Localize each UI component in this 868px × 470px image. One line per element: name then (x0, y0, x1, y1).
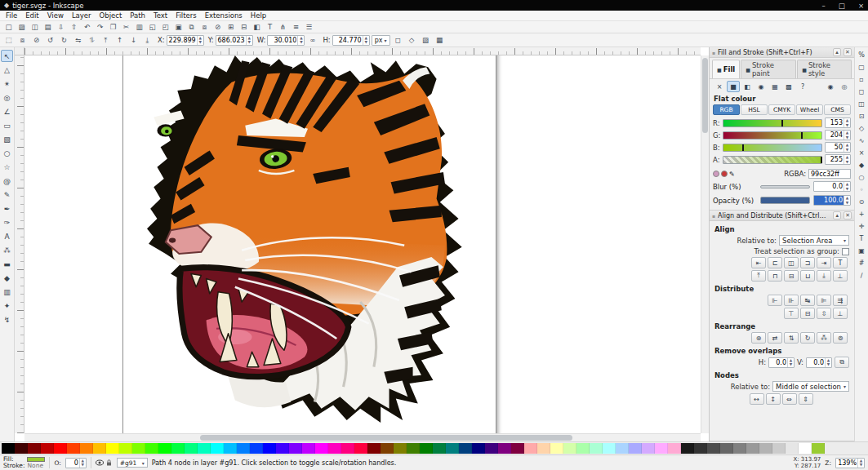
distribute-centers-horizontally[interactable]: ⊪ (784, 295, 799, 306)
menu-object[interactable]: Object (96, 11, 127, 20)
palette-swatch[interactable] (420, 443, 433, 454)
new-document-icon[interactable]: □ (2, 22, 15, 33)
align-dialog-icon[interactable]: ≡ (290, 22, 302, 33)
palette-swatch[interactable] (472, 443, 485, 454)
palette-swatch[interactable] (315, 443, 328, 454)
snap-midpoints-icon[interactable]: ◦ (856, 184, 867, 195)
dropper-icon[interactable]: ✎ (729, 171, 735, 178)
align-text-vertical[interactable]: ⊥ (833, 270, 848, 282)
fill-stroke-dialog-icon[interactable]: ◧ (251, 22, 263, 33)
horizontal-scrollbar[interactable] (24, 433, 701, 441)
menu-edit[interactable]: Edit (21, 11, 42, 20)
palette-swatch[interactable] (132, 443, 145, 454)
paint-swatch[interactable]: ▩ (782, 81, 795, 92)
opacity-spinbox[interactable]: ▲▼ (813, 195, 851, 206)
palette-swatch[interactable] (786, 443, 799, 454)
tool-3dbox[interactable]: ▧ (1, 133, 13, 145)
palette-swatch[interactable] (381, 443, 394, 454)
spin-r[interactable]: ▲▼ (825, 118, 851, 128)
unclump[interactable]: ⊚ (833, 332, 848, 344)
slider-b[interactable] (723, 144, 822, 152)
snap-paths-icon[interactable]: ∿ (856, 135, 867, 146)
snap-guides-icon[interactable]: ∕ (856, 270, 867, 281)
affect-gradients-icon[interactable]: ▨ (420, 35, 432, 46)
paint-pattern[interactable]: ▦ (768, 81, 781, 92)
cut-icon[interactable]: ✂ (120, 22, 132, 33)
palette-swatch[interactable] (185, 443, 198, 454)
blur-slider[interactable] (760, 185, 810, 188)
opacity-slider[interactable] (760, 197, 810, 204)
palette-swatch[interactable] (211, 443, 224, 454)
rotate-ccw-icon[interactable]: ↺ (44, 35, 56, 46)
paste-icon[interactable]: ▥ (133, 22, 145, 33)
snap-bbox-centers-icon[interactable]: ⊡ (856, 111, 867, 122)
palette-swatch[interactable] (15, 443, 28, 454)
relative-to-select[interactable]: Selection Area▾ (779, 235, 849, 246)
palette-swatch[interactable] (2, 443, 15, 454)
horizontal-ruler[interactable] (24, 47, 701, 55)
exchange-selection-order[interactable]: ⇄ (768, 332, 782, 344)
rotate-cw-icon[interactable]: ↻ (58, 35, 70, 46)
snap-bbox-midpoints-icon[interactable]: ◫ (856, 99, 867, 109)
height-spinbox[interactable]: ▲▼ (332, 35, 370, 46)
paint-radial-gradient[interactable]: ◉ (754, 81, 768, 92)
color-tab-cms[interactable]: CMS (824, 104, 851, 115)
tool-bezier-pen[interactable]: ✒ (1, 202, 13, 215)
palette-swatch[interactable] (812, 443, 825, 454)
palette-swatch[interactable] (563, 443, 576, 454)
preferences-icon[interactable]: ☰ (303, 22, 315, 33)
palette-swatch[interactable] (41, 443, 54, 454)
affect-stroke-icon[interactable]: ◻ (392, 35, 404, 46)
palette-swatch[interactable] (576, 443, 590, 454)
palette-swatch[interactable] (171, 443, 185, 454)
distribute-top-edges[interactable]: ⊤ (784, 308, 799, 319)
panel-collapse-button[interactable]: ▴ (833, 211, 841, 219)
align-center-horizontal[interactable]: ◫ (784, 257, 799, 268)
spin-b[interactable]: ▲▼ (825, 142, 851, 153)
deselect-icon[interactable]: ⊘ (30, 35, 42, 46)
palette-swatch[interactable] (720, 443, 733, 454)
align-left-in[interactable]: ⊏ (768, 257, 782, 268)
color-tab-cmyk[interactable]: CMYK (768, 104, 795, 115)
panel-collapse-button[interactable]: ▴ (833, 48, 841, 56)
group-icon[interactable]: ⊞ (225, 22, 237, 33)
canvas[interactable] (24, 55, 701, 433)
open-document-icon[interactable]: ▨ (16, 22, 28, 33)
undo-icon[interactable]: ↶ (81, 22, 93, 33)
palette-swatch[interactable] (237, 443, 250, 454)
palette-swatch[interactable] (524, 443, 537, 454)
palette-swatch[interactable] (28, 443, 41, 454)
tool-calligraphy[interactable]: ✑ (1, 216, 13, 228)
align-bottom-out[interactable]: ⤓ (817, 270, 831, 282)
paint-unknown[interactable]: ? (796, 81, 809, 92)
duplicate-icon[interactable]: ⧉ (185, 22, 198, 33)
palette-swatch[interactable] (655, 443, 668, 454)
lower-icon[interactable]: ↓ (127, 35, 140, 46)
palette-swatch[interactable] (459, 443, 472, 454)
layer-visibility-icon[interactable] (96, 459, 104, 467)
tool-pencil[interactable]: ✎ (1, 188, 13, 201)
tool-measure[interactable]: ∠ (1, 105, 13, 118)
snap-rotation-centers-icon[interactable]: ✛ (856, 221, 867, 232)
tool-rectangle[interactable]: ▭ (1, 119, 13, 131)
randomize-positions[interactable]: ⁂ (817, 332, 831, 344)
tool-tweak[interactable]: ✴ (1, 78, 13, 90)
save-document-icon[interactable]: ◫ (29, 22, 41, 33)
exchange-z-order[interactable]: ⇅ (784, 332, 799, 344)
cms-swatch-icon[interactable] (713, 171, 719, 177)
width-spinbox[interactable]: ▲▼ (267, 35, 305, 46)
affect-corners-icon[interactable]: ◇ (406, 35, 418, 46)
vertical-scrollbar-thumb[interactable] (702, 58, 708, 133)
snap-bbox-edges-icon[interactable]: ▫ (856, 74, 867, 85)
slider-r[interactable] (723, 119, 822, 127)
snap-nodes-icon[interactable]: ◇ (856, 123, 867, 134)
paint-none[interactable]: × (713, 81, 726, 92)
raise-to-top-icon[interactable]: ⤒ (100, 35, 112, 46)
palette-swatch[interactable] (394, 443, 407, 454)
palette-swatch[interactable] (341, 443, 354, 454)
snap-cusp-nodes-icon[interactable]: ◆ (856, 160, 867, 171)
blur-spinbox[interactable]: ▲▼ (813, 181, 851, 192)
rearrange-graph[interactable]: ⊛ (751, 332, 766, 344)
nodes-relative-select[interactable]: Middle of selection▾ (772, 381, 849, 392)
palette-swatch[interactable] (603, 443, 616, 454)
